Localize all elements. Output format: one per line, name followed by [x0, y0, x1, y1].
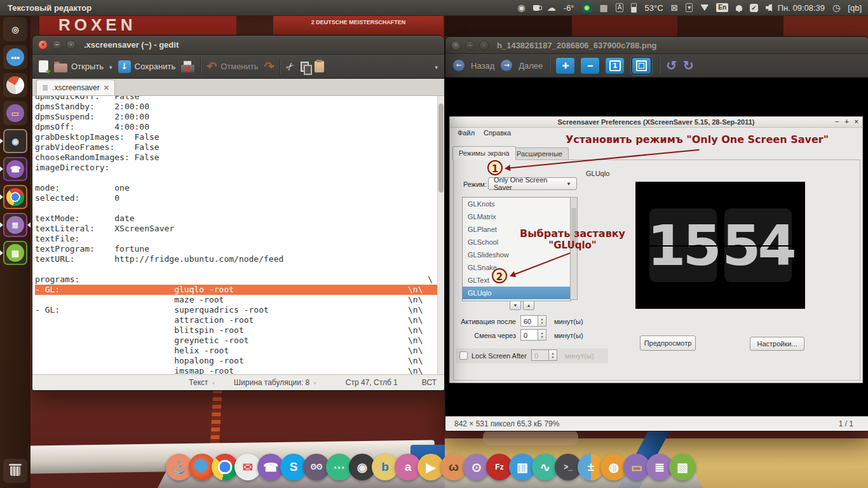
cup-icon[interactable] [533, 5, 539, 11]
toolbar-separator [280, 58, 280, 75]
forward-icon[interactable]: → [501, 60, 512, 71]
cut-icon[interactable]: ✂ [283, 59, 298, 74]
launcher-steam[interactable]: ◉ [0, 127, 31, 155]
volume-icon[interactable]: )) [766, 3, 770, 12]
drive-a-icon[interactable]: A [616, 3, 624, 12]
viewer-canvas[interactable]: Screensaver Preferences (XScreenSaver 5.… [445, 78, 868, 416]
dialog-window-controls: – + × [835, 118, 858, 125]
viewer-titlebar[interactable]: × – ▫ h_1438261187_2086806_637900c788.pn… [445, 37, 868, 54]
editor-scrollbar[interactable] [437, 96, 444, 374]
cpu-temp[interactable]: 53°C [644, 3, 663, 13]
window-grid-icon[interactable]: ⊠ [671, 3, 679, 12]
session-label[interactable]: [qb] [848, 3, 862, 13]
close-button[interactable]: × [38, 40, 48, 50]
close-button[interactable]: × [451, 41, 461, 50]
undo-button[interactable]: Отменить [220, 62, 258, 71]
open-icon[interactable] [54, 64, 67, 72]
editor-line: mode: one [35, 183, 444, 193]
text-editor-area[interactable]: dpmsQuickOff: False dpmsStandby: 2:00:00… [32, 96, 444, 374]
launcher-ubuntu-dash[interactable]: ◎ [0, 15, 31, 43]
maximize-button[interactable]: ▫ [479, 41, 489, 50]
cursor-position: Стр 47, Стлб 1 [346, 378, 398, 387]
editor-line: textLiteral: XScreenSaver [35, 224, 444, 234]
redo-icon[interactable]: ↷ [264, 60, 275, 72]
session-gauge-icon[interactable]: ◷ [832, 3, 840, 12]
insert-mode: ВСТ [422, 378, 437, 387]
open-chevron-icon[interactable] [109, 62, 112, 71]
launcher-chrome[interactable] [0, 183, 31, 211]
launcher-gedit[interactable]: ≣ [0, 211, 31, 239]
save-button[interactable]: Сохранить [135, 62, 176, 71]
editor-line: chooseRandomImages: False [35, 152, 444, 163]
rotate-left-icon[interactable]: ↺ [666, 58, 677, 73]
menu-help: Справка [484, 129, 511, 137]
chip-icon[interactable]: ▦ [600, 3, 608, 12]
zoom-normal-button[interactable]: 1 [606, 58, 624, 74]
launcher-disk-usage[interactable] [0, 71, 31, 99]
language-chevron-icon[interactable] [212, 378, 215, 387]
launcher-viber[interactable]: ☎ [0, 155, 31, 183]
tab-width-selector[interactable]: Ширина табуляции: 8 [234, 378, 309, 387]
tab-width-chevron-icon[interactable] [313, 378, 316, 387]
wallpaper-poster-roxen: ROXEN [39, 15, 236, 37]
language-selector[interactable]: Текст [189, 378, 208, 387]
copy-icon[interactable] [301, 62, 309, 72]
settings-button: Настройки... [750, 337, 804, 351]
saver-list-item: GLMatrix [463, 210, 571, 223]
launcher-icon: ••• [6, 48, 24, 66]
zoom-out-button[interactable]: ━ [581, 58, 599, 74]
launcher-icon [6, 188, 24, 206]
save-icon[interactable]: ↓ [118, 60, 131, 73]
zoom-in-button[interactable]: ✚ [556, 58, 574, 74]
launcher-files[interactable]: ▭ [0, 99, 31, 127]
keyboard-layout-indicator[interactable]: En [716, 3, 728, 12]
minimize-button[interactable]: – [52, 40, 62, 50]
image-info: 842 × 531 пиксел 65,3 кБ 79% [454, 419, 559, 428]
launcher-chat[interactable]: ••• [0, 43, 31, 71]
toolbar-overflow-icon[interactable] [435, 62, 438, 71]
launcher-image-viewer[interactable]: ▧ [0, 239, 31, 267]
undo-icon[interactable]: ↶ [207, 60, 217, 72]
network-signal-icon[interactable] [700, 4, 709, 11]
updates-icon[interactable]: ✓ [750, 4, 758, 12]
clock[interactable]: Пн. 09:08:39 [778, 3, 825, 13]
gedit-titlebar[interactable]: × – ▫ .xscreensaver (~) - gedit [32, 36, 444, 55]
zoom-fit-button[interactable] [630, 56, 653, 76]
editor-line: helix -root \n\ [35, 346, 444, 356]
minimize-button[interactable]: – [465, 41, 475, 50]
menu-file: Файл [458, 129, 475, 137]
image-viewer-window: × – ▫ h_1438261187_2086806_637900c788.pn… [445, 36, 868, 431]
bell-icon[interactable] [736, 5, 742, 11]
maximize-button[interactable]: ▫ [66, 40, 76, 50]
back-button[interactable]: Назад [471, 61, 494, 71]
scrollbar-thumb[interactable] [438, 104, 444, 193]
saver-list-item: GLUqlo [463, 287, 571, 299]
cpu-meter-icon[interactable] [631, 3, 637, 13]
rotate-right-icon[interactable]: ↻ [683, 58, 694, 73]
open-button[interactable]: Открыть [71, 62, 104, 71]
launcher-icon: ☎ [6, 160, 24, 178]
weather-temp[interactable]: -6° [564, 3, 574, 13]
editor-line: imageDirectory: [35, 163, 444, 173]
steam-tray-icon[interactable]: ◉ [518, 3, 526, 12]
annotation-choose-saver: Выбрать заставку "GLUqlo" [512, 227, 633, 251]
paste-icon[interactable] [315, 61, 324, 72]
print-icon[interactable] [181, 65, 194, 72]
forward-button[interactable]: Далее [519, 61, 543, 71]
editor-line: grabVideoFrames: False [35, 142, 444, 152]
saver-name-label: GLUqlo [586, 170, 609, 177]
preview-button: Предпросмотр [640, 336, 696, 351]
tab-xscreensaver[interactable]: ≣ .xscreensaver ✕ [36, 79, 115, 95]
dialog-title: Screensaver Preferences (XScreenSaver 5.… [557, 118, 754, 126]
back-icon[interactable]: ← [453, 60, 465, 71]
trash-icon[interactable] [3, 459, 27, 483]
tab-display-modes: Режимы экрана [452, 146, 516, 160]
dock-image-viewer[interactable]: ▧ [669, 454, 696, 480]
minutes-label: минут(ы) [554, 332, 583, 339]
weather-cloud-icon[interactable]: ☁ [547, 3, 556, 12]
activate-spinner: 60 ▲▼ [520, 315, 546, 327]
camera-indicator-icon[interactable] [582, 3, 592, 13]
tab-close-icon[interactable]: ✕ [104, 85, 109, 92]
dropdown-tray-icon[interactable]: ▾ [686, 3, 693, 12]
new-document-icon[interactable] [39, 60, 48, 72]
